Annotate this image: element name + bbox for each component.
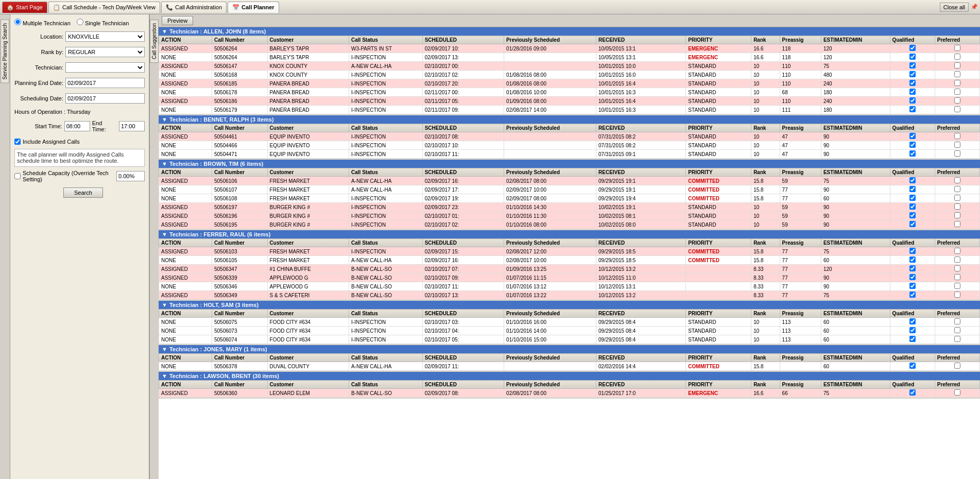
table-row[interactable]: ASSIGNED50506185PANERA BREADI-INSPECTION… [159, 79, 980, 88]
checkbox-preferred-1-4[interactable] [954, 327, 960, 333]
cell-12-row-3-tech-2[interactable] [935, 203, 979, 212]
checkbox-qualified-0-2[interactable] [909, 177, 916, 183]
checkbox-preferred-1-3[interactable] [954, 256, 960, 263]
checkbox-qualified-0-5[interactable] [909, 363, 916, 369]
table-row[interactable]: NONE50506108FRESH MARKETI-INSPECTION02/0… [159, 194, 980, 203]
table-row[interactable]: NONE50506264BARLEY'S TAPRI-INSPECTION02/… [159, 53, 980, 62]
checkbox-qualified-2-0[interactable] [909, 62, 916, 69]
table-row[interactable]: ASSIGNED50506103FRESH MARKETI-INSPECTION… [159, 247, 980, 256]
checkbox-preferred-5-0[interactable] [954, 89, 960, 95]
cell-11-row-1-tech-2[interactable] [890, 185, 935, 194]
cell-11-row-0-tech-6[interactable] [890, 389, 935, 398]
checkbox-preferred-5-3[interactable] [954, 292, 960, 298]
cell-11-row-5-tech-2[interactable] [890, 220, 935, 229]
cell-11-row-2-tech-4[interactable] [890, 335, 935, 344]
cell-12-row-6-tech-0[interactable] [935, 97, 979, 106]
checkbox-preferred-2-3[interactable] [954, 265, 960, 271]
service-planning-tab[interactable]: Service Planning Search [1, 20, 9, 83]
checkbox-qualified-3-2[interactable] [909, 203, 916, 210]
cell-11-row-5-tech-0[interactable] [890, 88, 935, 97]
cell-12-row-1-tech-1[interactable] [935, 141, 979, 150]
checkbox-preferred-4-2[interactable] [954, 212, 960, 218]
checkbox-qualified-0-3[interactable] [909, 248, 916, 254]
cell-12-row-2-tech-4[interactable] [935, 335, 979, 344]
cell-12-row-4-tech-0[interactable] [935, 79, 979, 88]
table-row[interactable]: ASSIGNED50506196BURGER KING #I-INSPECTIO… [159, 212, 980, 220]
multi-tech-radio[interactable] [14, 19, 21, 25]
cell-12-row-0-tech-0[interactable] [935, 44, 979, 53]
checkbox-preferred-5-2[interactable] [954, 221, 960, 227]
cell-12-row-0-tech-1[interactable] [935, 132, 979, 141]
close-all-button[interactable]: Close all [940, 3, 969, 12]
preview-button[interactable]: Preview [162, 16, 193, 25]
checkbox-qualified-0-4[interactable] [909, 318, 916, 324]
cell-11-row-0-tech-4[interactable] [890, 318, 935, 327]
cell-11-row-1-tech-0[interactable] [890, 53, 935, 62]
cell-11-row-7-tech-0[interactable] [890, 106, 935, 114]
checkbox-qualified-2-1[interactable] [909, 150, 916, 157]
table-row[interactable]: ASSIGNED50506106FRESH MARKETA-NEW CALL-H… [159, 177, 980, 185]
table-row[interactable]: ASSIGNED50506339APPLEWOOD GB-NEW CALL-SO… [159, 273, 980, 282]
checkbox-qualified-0-6[interactable] [909, 389, 916, 396]
cell-12-row-1-tech-0[interactable] [935, 53, 979, 62]
checkbox-preferred-6-0[interactable] [954, 97, 960, 104]
checkbox-preferred-1-2[interactable] [954, 186, 960, 192]
cell-11-row-2-tech-0[interactable] [890, 62, 935, 71]
cell-12-row-5-tech-3[interactable] [935, 291, 979, 300]
table-row[interactable]: ASSIGNED50506186PANERA BREADI-INSPECTION… [159, 97, 980, 106]
checkbox-preferred-0-1[interactable] [954, 133, 960, 139]
table-row[interactable]: ASSIGNED50506195BURGER KING #I-INSPECTIO… [159, 220, 980, 229]
checkbox-qualified-7-0[interactable] [909, 106, 916, 112]
checkbox-qualified-1-3[interactable] [909, 256, 916, 263]
table-row[interactable]: NONE50506105FRESH MARKETA-NEW CALL-HA02/… [159, 256, 980, 265]
include-assigned-checkbox[interactable] [14, 139, 21, 145]
cell-12-row-2-tech-3[interactable] [935, 265, 979, 273]
table-row[interactable]: ASSIGNED50506264BARLEY'S TAPRW3-PARTS IN… [159, 44, 980, 53]
table-row[interactable]: NONE50506378DUVAL COUNTYA-NEW CALL-HA02/… [159, 362, 980, 371]
cell-12-row-7-tech-0[interactable] [935, 106, 979, 114]
cell-12-row-4-tech-2[interactable] [935, 212, 979, 220]
cell-11-row-4-tech-0[interactable] [890, 79, 935, 88]
table-row[interactable]: ASSIGNED50506147KNOX COUNTYA-NEW CALL-HA… [159, 62, 980, 71]
checkbox-preferred-1-0[interactable] [954, 54, 960, 60]
table-row[interactable]: NONE50506168KNOX COUNTYI-INSPECTION02/10… [159, 71, 980, 79]
schedule-capacity-input[interactable] [116, 171, 145, 181]
table-row[interactable]: ASSIGNED50506347#1 CHINA BUFFEB-NEW CALL… [159, 265, 980, 273]
cell-12-row-0-tech-3[interactable] [935, 247, 979, 256]
checkbox-preferred-0-3[interactable] [954, 248, 960, 254]
cell-11-row-1-tech-3[interactable] [890, 256, 935, 265]
checkbox-preferred-7-0[interactable] [954, 106, 960, 112]
cell-12-row-0-tech-2[interactable] [935, 177, 979, 185]
cell-11-row-0-tech-3[interactable] [890, 247, 935, 256]
table-row[interactable]: ASSIGNED50504461EQUIP INVENTOI-INSPECTIO… [159, 132, 980, 141]
cell-12-row-3-tech-3[interactable] [935, 273, 979, 282]
checkbox-preferred-0-0[interactable] [954, 45, 960, 51]
table-row[interactable]: NONE50506074FOOD CITY #634I-INSPECTION02… [159, 335, 980, 344]
table-row[interactable]: ASSIGNED50506360LEONARD ELEMB-NEW CALL-S… [159, 389, 980, 398]
checkbox-qualified-2-4[interactable] [909, 336, 916, 342]
checkbox-qualified-4-0[interactable] [909, 80, 916, 86]
cell-11-row-3-tech-2[interactable] [890, 203, 935, 212]
cell-11-row-0-tech-2[interactable] [890, 177, 935, 185]
cell-11-row-2-tech-3[interactable] [890, 265, 935, 273]
checkbox-preferred-2-4[interactable] [954, 336, 960, 342]
table-row[interactable]: ASSIGNED50506349S & S CAFETERIB-NEW CALL… [159, 291, 980, 300]
rankby-select[interactable]: REGULAR [65, 47, 145, 57]
checkbox-preferred-2-2[interactable] [954, 195, 960, 201]
cell-12-row-0-tech-4[interactable] [935, 318, 979, 327]
collapse-icon-6[interactable]: ▼ [162, 373, 167, 379]
collapse-icon-0[interactable]: ▼ [162, 28, 167, 35]
checkbox-qualified-4-3[interactable] [909, 283, 916, 289]
checkbox-preferred-2-1[interactable] [954, 150, 960, 157]
cell-12-row-0-tech-5[interactable] [935, 362, 979, 371]
cell-11-row-5-tech-3[interactable] [890, 291, 935, 300]
collapse-icon-4[interactable]: ▼ [162, 302, 167, 308]
scheduling-date-input[interactable] [65, 93, 145, 104]
checkbox-qualified-5-3[interactable] [909, 292, 916, 298]
collapse-icon-5[interactable]: ▼ [162, 346, 167, 352]
checkbox-qualified-1-2[interactable] [909, 186, 916, 192]
cell-11-row-1-tech-4[interactable] [890, 327, 935, 335]
collapse-icon-2[interactable]: ▼ [162, 161, 167, 167]
checkbox-qualified-5-0[interactable] [909, 89, 916, 95]
technician-select[interactable] [65, 62, 145, 73]
